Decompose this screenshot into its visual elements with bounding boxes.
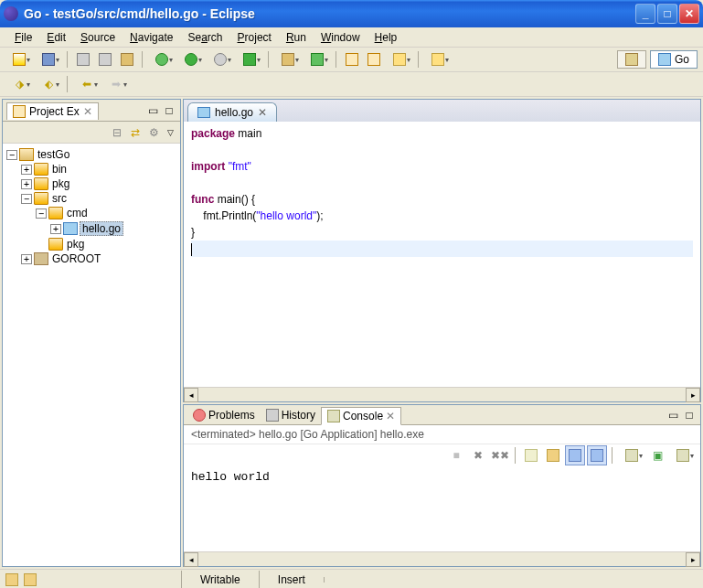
new-pkg-button[interactable] — [274, 49, 302, 69]
new-console-button[interactable] — [669, 445, 697, 465]
menu-search[interactable]: Search — [180, 29, 229, 46]
open-type-button[interactable] — [342, 49, 362, 69]
menu-source[interactable]: Source — [73, 29, 122, 46]
forward-button[interactable]: ➡ — [102, 74, 130, 94]
debug-button[interactable] — [148, 49, 176, 69]
expand-toggle[interactable]: + — [50, 224, 61, 234]
run-button[interactable] — [177, 49, 205, 69]
maximize-button[interactable]: □ — [657, 4, 677, 24]
status-writable: Writable — [181, 571, 259, 588]
cursor-line — [191, 241, 693, 257]
maximize-view-button[interactable]: □ — [162, 103, 176, 118]
tree-goroot[interactable]: + GOROOT — [6, 251, 176, 266]
terminate-button[interactable]: ■ — [446, 445, 466, 465]
back-button[interactable]: ⬅ — [73, 74, 101, 94]
expand-toggle[interactable]: + — [21, 179, 32, 189]
show-console-button[interactable] — [565, 445, 585, 465]
tab-label: Problems — [208, 409, 255, 422]
tree-folder-src[interactable]: − src — [6, 191, 176, 206]
editor-area: hello.go ✕ package main import "fmt" fun… — [183, 99, 701, 567]
tab-label: Console — [343, 410, 383, 422]
collapse-all-button[interactable]: ⊟ — [109, 124, 125, 141]
project-explorer-tab[interactable]: Project Ex ✕ — [6, 102, 99, 120]
editor-tab-hello[interactable]: hello.go ✕ — [187, 102, 277, 122]
project-tree[interactable]: − testGo + bin + pkg − src − — [3, 144, 180, 566]
new-button[interactable] — [5, 49, 33, 69]
close-x-icon[interactable]: ✕ — [83, 105, 92, 118]
menu-run[interactable]: Run — [279, 29, 314, 46]
save-button[interactable] — [35, 49, 62, 69]
tab-history[interactable]: History — [261, 407, 321, 423]
menu-help[interactable]: Help — [367, 29, 405, 46]
new-type-button[interactable] — [304, 49, 331, 69]
display-console-button[interactable] — [618, 445, 645, 465]
status-icon[interactable] — [24, 573, 37, 586]
scroll-left-button[interactable]: ◂ — [184, 388, 198, 402]
expand-toggle[interactable]: + — [21, 165, 32, 175]
editor-tabs: hello.go ✕ — [184, 100, 700, 122]
tree-folder-pkg[interactable]: + pkg — [6, 176, 176, 191]
scroll-left-button[interactable]: ◂ — [184, 552, 198, 567]
link-editor-button[interactable]: ⇄ — [127, 124, 144, 141]
console-icon — [327, 410, 340, 422]
console-panel: Problems History Console ✕ ▭ □ <terminat… — [183, 404, 701, 567]
expand-toggle[interactable]: − — [6, 150, 17, 160]
minimize-view-button[interactable]: ▭ — [666, 408, 680, 422]
code-editor[interactable]: package main import "fmt" func main() { … — [184, 122, 700, 387]
close-button[interactable]: ✕ — [679, 4, 699, 24]
menu-file[interactable]: File — [7, 29, 39, 46]
menu-edit[interactable]: Edit — [39, 29, 73, 46]
remove-launch-button[interactable]: ✖ — [468, 445, 488, 465]
menu-window[interactable]: Window — [314, 29, 367, 46]
minimize-button[interactable]: _ — [635, 4, 655, 24]
tree-folder-cmd[interactable]: − cmd — [6, 206, 176, 220]
close-x-icon[interactable]: ✕ — [386, 410, 395, 422]
tree-folder-bin[interactable]: + bin — [6, 162, 176, 176]
open-console-button[interactable]: ▣ — [647, 445, 667, 465]
scroll-lock-button[interactable] — [543, 445, 563, 465]
prev-annotation-button[interactable]: ⬗ — [5, 74, 33, 94]
clear-console-button[interactable] — [521, 445, 541, 465]
menu-navigate[interactable]: Navigate — [122, 29, 180, 46]
console-horizontal-scrollbar[interactable]: ◂ ▸ — [184, 551, 700, 566]
go-perspective-button[interactable]: Go — [650, 50, 698, 69]
tree-folder-src-pkg[interactable]: pkg — [6, 237, 176, 251]
remove-all-button[interactable]: ✖✖ — [490, 445, 510, 465]
build-button[interactable] — [117, 49, 137, 69]
save-all-button[interactable] — [73, 49, 93, 69]
print-button[interactable] — [95, 49, 115, 69]
tab-console[interactable]: Console ✕ — [321, 407, 401, 425]
tree-file-hello[interactable]: + hello.go — [6, 220, 176, 237]
expand-toggle[interactable]: − — [21, 194, 32, 204]
focus-button[interactable]: ⚙ — [145, 124, 162, 141]
maximize-view-button[interactable]: □ — [682, 408, 697, 422]
eclipse-icon — [4, 6, 18, 21]
console-output[interactable]: hello world — [184, 466, 700, 551]
annotation-button[interactable] — [424, 49, 452, 69]
scroll-right-button[interactable]: ▸ — [686, 388, 700, 402]
minimize-view-button[interactable]: ▭ — [145, 103, 160, 118]
editor-horizontal-scrollbar[interactable]: ◂ ▸ — [184, 387, 700, 401]
tree-project-testgo[interactable]: − testGo — [6, 147, 176, 162]
tree-label: testGo — [36, 148, 71, 161]
tab-problems[interactable]: Problems — [187, 407, 261, 423]
project-explorer-label: Project Ex — [29, 105, 80, 118]
tree-label: pkg — [50, 177, 71, 190]
status-left-icons — [0, 573, 181, 586]
tree-label: bin — [50, 163, 69, 176]
run-last-button[interactable] — [207, 49, 234, 69]
scroll-right-button[interactable]: ▸ — [686, 552, 700, 567]
ext-tools-button[interactable] — [236, 49, 263, 69]
expand-toggle[interactable]: − — [36, 208, 47, 219]
search-button[interactable] — [386, 49, 413, 69]
menu-project[interactable]: Project — [230, 29, 279, 46]
view-menu-button[interactable]: ▽ — [164, 124, 176, 141]
next-annotation-button[interactable]: ⬖ — [35, 74, 62, 94]
folder-icon — [34, 192, 48, 205]
open-task-button[interactable] — [364, 49, 384, 69]
close-tab-icon[interactable]: ✕ — [258, 106, 267, 119]
expand-toggle[interactable]: + — [21, 254, 32, 264]
status-icon[interactable] — [5, 573, 18, 586]
pin-console-button[interactable] — [587, 445, 607, 465]
open-perspective-button[interactable] — [617, 50, 646, 69]
